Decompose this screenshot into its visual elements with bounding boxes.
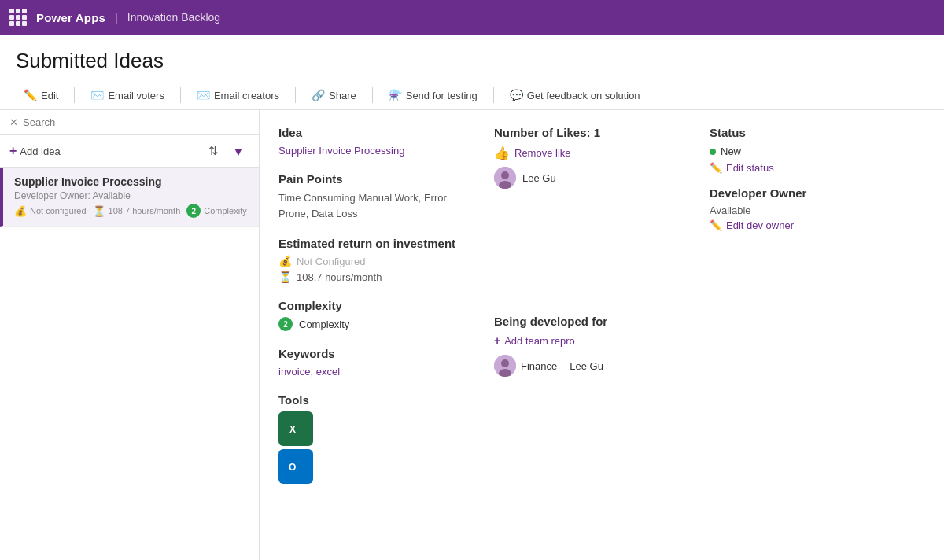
team-person: Lee Gu (570, 360, 603, 372)
sort-button[interactable]: ⇅ (202, 140, 224, 162)
search-bar: ✕ (0, 110, 259, 135)
remove-like-button[interactable]: 👍 Remove like (494, 146, 694, 160)
left-panel: ✕ + Add idea ⇅ ▼ Supplier Invoice Proces… (0, 110, 260, 560)
item-tags: 💰 Not configured ⏳ 108.7 hours/month 2 C… (14, 204, 248, 218)
complexity-badge: 2 (186, 204, 201, 218)
toolbar-divider-2 (180, 87, 181, 103)
edit-dev-owner-icon: ✏️ (710, 219, 722, 231)
item-title: Supplier Invoice Processing (14, 175, 248, 188)
roi-label: Estimated return on investment (278, 237, 478, 250)
svg-text:X: X (289, 424, 296, 435)
likes-user-avatar (494, 167, 516, 189)
pain-points-section: Pain Points Time Consuming Manual Work, … (278, 172, 478, 221)
top-nav: Power Apps | Innovation Backlog (0, 0, 944, 35)
status-title: Status (710, 126, 925, 139)
toolbar-divider-4 (372, 87, 373, 103)
team-name: Finance (521, 360, 557, 372)
email-creators-button[interactable]: ✉️ Email creators (189, 86, 287, 105)
status-row: New (710, 146, 925, 157)
being-developed-title: Being developed for (494, 315, 694, 328)
status-section: Status New ✏️ Edit status (710, 126, 925, 174)
likes-user-row: Lee Gu (494, 167, 694, 189)
page-header: Submitted Ideas (0, 35, 944, 81)
plus-small-icon: + (494, 334, 500, 347)
clear-search-icon[interactable]: ✕ (9, 116, 18, 128)
edit-icon: ✏️ (24, 89, 37, 101)
tools-list: X O (278, 411, 478, 484)
feedback-icon: 💬 (510, 89, 523, 101)
being-developed-section: Being developed for + Add team repro (494, 315, 694, 377)
filter-button[interactable]: ▼ (227, 140, 249, 162)
thumbs-up-icon: 👍 (494, 146, 510, 160)
tools-section: Tools X O (278, 393, 478, 484)
add-idea-button[interactable]: + Add idea (9, 142, 199, 160)
idea-label: Idea (278, 126, 478, 139)
toolbar: ✏️ Edit ✉️ Email voters ✉️ Email creator… (0, 81, 944, 110)
outlook-tool-icon: O (278, 449, 313, 484)
svg-point-5 (501, 171, 509, 179)
get-feedback-button[interactable]: 💬 Get feedback on solution (502, 86, 648, 105)
likes-title: Number of Likes: 1 (494, 126, 694, 139)
flask-icon: ⚗️ (389, 89, 402, 101)
keywords-label: Keywords (278, 347, 478, 360)
edit-status-button[interactable]: ✏️ Edit status (710, 162, 925, 174)
roi-hours: 108.7 hours/month (297, 271, 382, 283)
detail-complexity-text: Complexity (299, 319, 349, 330)
complexity-tag: 2 Complexity (186, 204, 246, 218)
roi-money-icon: 💰 (278, 255, 292, 267)
edit-status-icon: ✏️ (710, 162, 722, 174)
filter-icon: ▼ (233, 145, 245, 158)
toolbar-divider-1 (74, 87, 75, 103)
email-voters-button[interactable]: ✉️ Email voters (83, 86, 172, 105)
app-name: Power Apps (36, 11, 105, 24)
status-dot (710, 149, 716, 155)
page-title: Submitted Ideas (16, 49, 928, 73)
tools-label: Tools (278, 393, 478, 407)
roi-clock-icon: ⏳ (278, 271, 292, 283)
clock-icon: ⏳ (93, 205, 105, 217)
developer-owner-value: Available (710, 204, 925, 216)
idea-section: Idea Supplier Invoice Processing (278, 126, 478, 157)
search-input[interactable] (23, 116, 249, 128)
roi-not-configured-row: 💰 Not Configured (278, 255, 478, 267)
list-actions: + Add idea ⇅ ▼ (0, 135, 259, 168)
status-value: New (721, 146, 741, 157)
roi-section: Estimated return on investment 💰 Not Con… (278, 237, 478, 283)
email-creators-icon: ✉️ (197, 89, 210, 101)
toolbar-divider-5 (493, 87, 494, 103)
edit-dev-owner-button[interactable]: ✏️ Edit dev owner (710, 219, 925, 231)
share-button[interactable]: 🔗 Share (304, 86, 364, 105)
app-title: Innovation Backlog (127, 11, 220, 24)
app-grid-icon[interactable] (9, 9, 27, 26)
list-items: Supplier Invoice Processing Developer Ow… (0, 168, 259, 560)
item-sub: Developer Owner: Available (14, 190, 248, 201)
pain-points-value: Time Consuming Manual Work, Error Prone,… (278, 190, 478, 221)
complexity-row: 2 Complexity (278, 317, 478, 331)
sort-icon: ⇅ (208, 144, 219, 158)
roi-hours-row: ⏳ 108.7 hours/month (278, 271, 478, 283)
edit-button[interactable]: ✏️ Edit (16, 86, 66, 105)
toolbar-divider-3 (295, 87, 296, 103)
hours-tag: ⏳ 108.7 hours/month (93, 204, 181, 218)
main-layout: ✕ + Add idea ⇅ ▼ Supplier Invoice Proces… (0, 110, 944, 560)
developer-owner-section: Developer Owner Available ✏️ Edit dev ow… (710, 186, 925, 231)
detail-complexity-badge: 2 (278, 317, 293, 331)
complexity-section: Complexity 2 Complexity (278, 299, 478, 331)
likes-user-name: Lee Gu (522, 172, 556, 184)
team-avatar-finance (494, 355, 516, 377)
svg-text:O: O (289, 462, 296, 473)
likes-section: Number of Likes: 1 👍 Remove like Lee Gu (494, 126, 694, 189)
team-row: Finance Lee Gu (494, 355, 694, 377)
nav-separator: | (115, 11, 118, 24)
send-testing-button[interactable]: ⚗️ Send for testing (381, 86, 485, 105)
money-icon: 💰 (14, 205, 27, 217)
email-voters-icon: ✉️ (90, 89, 104, 101)
pain-points-label: Pain Points (278, 172, 478, 186)
excel-tool-icon: X (278, 411, 313, 446)
roi-not-configured: Not Configured (297, 256, 365, 267)
list-item[interactable]: Supplier Invoice Processing Developer Ow… (0, 168, 259, 227)
add-team-repro-button[interactable]: + Add team repro (494, 334, 694, 347)
share-icon: 🔗 (312, 89, 325, 101)
idea-value[interactable]: Supplier Invoice Processing (278, 145, 404, 157)
keywords-section: Keywords invoice, excel (278, 347, 478, 378)
